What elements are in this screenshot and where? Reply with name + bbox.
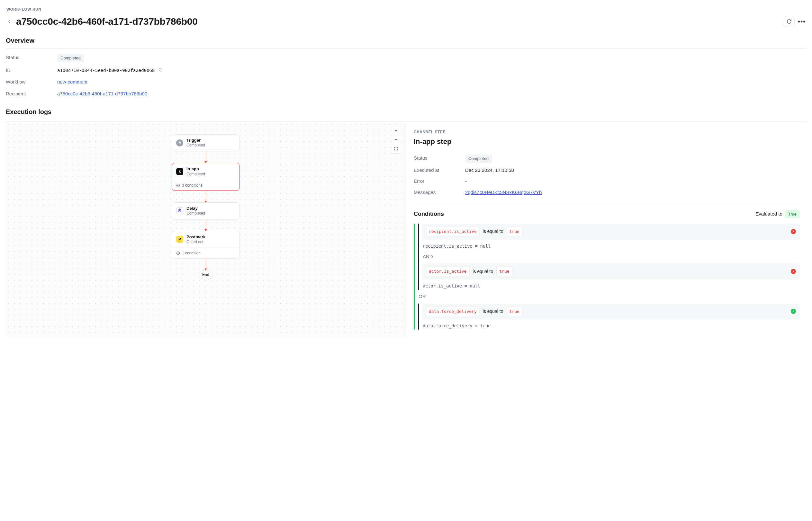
svg-point-2 [177,184,180,187]
node-subtitle: Completed [186,143,205,148]
overview-heading: Overview [6,36,806,49]
overview-status-label: Status [6,54,57,62]
detail-messages-label: Messages [414,189,465,196]
breadcrumb: WORKFLOW RUN [6,6,806,12]
more-button[interactable]: ••• [797,16,806,27]
zoom-in-button[interactable]: + [391,126,401,135]
postmark-icon: P [176,236,183,243]
cond-value: true [496,267,512,276]
minus-icon: − [395,136,397,143]
connector [206,191,206,202]
app-icon: k [176,168,183,175]
node-subtitle: Opted out [186,240,205,245]
fail-icon: ✕ [791,229,796,234]
node-title: In-app [186,166,205,172]
connector [206,258,206,270]
condition-group-and: recipient.is_active is equal to true ✕ r… [418,224,800,290]
node-title: Postmark [186,234,205,240]
cond-eval: recipient.is_active = null [422,240,800,250]
condition-icon [176,251,180,255]
evaluated-badge: True [785,210,800,219]
evaluated-label: Evaluated to [755,210,782,218]
overview-id-label: ID [6,67,57,74]
node-delay[interactable]: ⏱ Delay Completed [172,202,240,219]
cond-eval: data.force_delivery = true [422,319,800,330]
node-footer-text: 1 condition [182,250,201,256]
node-postmark[interactable]: P Postmark Opted out 1 condition [172,231,240,258]
condition-row: recipient.is_active is equal to true ✕ [422,224,800,240]
cond-operator: is equal to [483,228,503,235]
cond-operator: is equal to [483,308,503,315]
plus-icon: + [395,127,397,134]
svg-point-3 [177,252,180,255]
flag-icon: ⚑ [176,139,183,146]
execution-heading: Execution logs [6,107,806,117]
refresh-button[interactable] [784,16,795,27]
condition-icon [176,183,180,187]
page-title: a750cc0c-42b6-460f-a171-d737bb786b00 [16,14,198,29]
cond-field: actor.is_active [426,267,469,276]
overview-id-value: a100c710-0344-5eed-b00a-902fa2ed0068 [57,68,155,73]
overview-status-badge: Completed [57,54,84,62]
detail-eyebrow: CHANNEL STEP [414,129,800,135]
condition-group-outer: recipient.is_active is equal to true ✕ r… [414,224,800,330]
detail-error-value: - [465,178,800,185]
zoom-out-button[interactable]: − [391,135,401,144]
node-title: Trigger [186,138,205,143]
condition-group-or: data.force_delivery is equal to true ✓ d… [418,303,800,330]
detail-executed-value: Dec 23 2024, 17:10:58 [465,167,800,174]
copy-id-button[interactable] [158,67,163,73]
cond-eval: actor.is_active = null [422,279,800,290]
condition-row: data.force_delivery is equal to true ✓ [422,303,800,320]
connector [206,219,206,231]
node-in-app[interactable]: k In-app Completed 3 conditions [172,163,240,190]
condition-row: actor.is_active is equal to true ✕ [422,264,800,279]
detail-title: In-app step [414,136,800,147]
cond-field: recipient.is_active [426,227,480,236]
detail-error-label: Error [414,178,465,185]
copy-icon [158,67,163,72]
pass-icon: ✓ [791,309,796,314]
title-row: a750cc0c-42b6-460f-a171-d737bb786b00 ••• [6,14,806,29]
overview-workflow-label: Workflow [6,78,57,86]
detail-status-label: Status [414,155,465,163]
expand-icon [394,146,398,151]
overview-recipient-label: Recipient [6,90,57,98]
ellipsis-icon: ••• [798,17,806,26]
detail-messages-link[interactable]: 2qdisZc0HeDKc5NSxK6BqoG7VYb [465,189,542,195]
cond-field: data.force_delivery [426,307,480,316]
node-subtitle: Completed [186,211,205,216]
canvas-controls: + − [391,126,401,154]
conditions-heading: Conditions [414,210,444,219]
refresh-icon [787,19,792,24]
cond-value: true [507,307,522,316]
joiner-or: OR [418,290,800,303]
overview-workflow-link[interactable]: new-comment [57,79,87,85]
detail-status-badge: Completed [465,155,492,163]
back-button[interactable] [6,18,13,25]
fit-button[interactable] [391,144,401,153]
node-title: Delay [186,206,205,211]
timer-icon: ⏱ [176,207,183,214]
execution-canvas[interactable]: + − ⚑ Trigger Completed [6,121,406,337]
joiner-and: AND [422,250,800,264]
detail-panel: CHANNEL STEP In-app step Status Complete… [406,121,806,337]
detail-executed-label: Executed at [414,167,465,174]
node-subtitle: Completed [186,172,205,177]
cond-operator: is equal to [473,268,493,275]
cond-value: true [507,227,522,236]
node-end: End [199,270,213,279]
node-footer-text: 3 conditions [182,182,202,188]
fail-icon: ✕ [791,269,796,274]
overview-grid: Status Completed ID a100c710-0344-5eed-b… [6,54,806,97]
node-trigger[interactable]: ⚑ Trigger Completed [172,134,240,151]
chevron-left-icon [7,19,12,24]
overview-recipient-link[interactable]: a750cc0c-42b6-460f-a171-d737bb786b00 [57,91,147,96]
connector [206,151,206,163]
